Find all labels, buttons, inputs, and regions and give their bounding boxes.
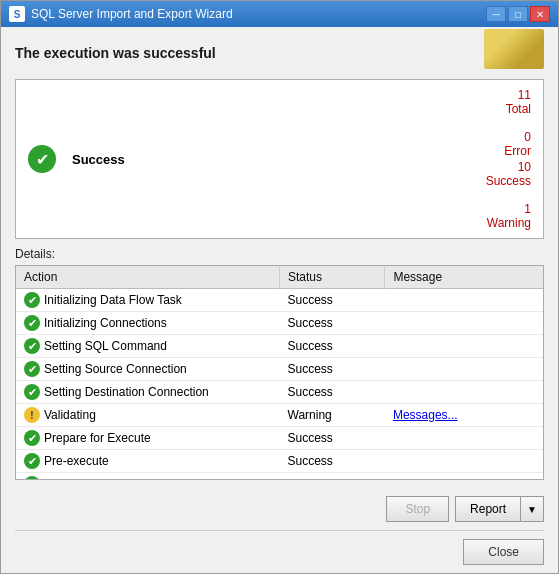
table-row: ✔Setting Destination ConnectionSuccess xyxy=(16,381,543,404)
table-row: ✔Setting SQL CommandSuccess xyxy=(16,335,543,358)
title-bar: S SQL Server Import and Export Wizard ─ … xyxy=(1,1,558,27)
action-cell: ✔Setting Destination Connection xyxy=(16,381,280,404)
action-text: Validating xyxy=(44,408,96,422)
title-bar-controls: ─ □ ✕ xyxy=(486,6,550,22)
logo-image xyxy=(484,29,544,69)
close-window-button[interactable]: ✕ xyxy=(530,6,550,22)
page-title: The execution was successful xyxy=(15,45,216,61)
status-cell: Success xyxy=(280,427,385,450)
row-success-icon: ✔ xyxy=(24,315,40,331)
action-text: Pre-execute xyxy=(44,454,109,468)
row-success-icon: ✔ xyxy=(24,384,40,400)
action-text: Setting Destination Connection xyxy=(44,385,209,399)
action-cell: ✔Setting SQL Command xyxy=(16,335,280,358)
status-cell: Success xyxy=(280,358,385,381)
report-button-group: Report ▼ xyxy=(455,496,544,522)
message-cell xyxy=(385,335,543,358)
action-cell: ✔Prepare for Execute xyxy=(16,427,280,450)
action-text: Prepare for Execute xyxy=(44,431,151,445)
details-label: Details: xyxy=(15,247,544,261)
close-button[interactable]: Close xyxy=(463,539,544,565)
row-success-icon: ✔ xyxy=(24,430,40,446)
table-row: ✔ExecutingSuccess xyxy=(16,473,543,481)
action-cell: ✔Pre-execute xyxy=(16,450,280,473)
status-cell: Success xyxy=(280,335,385,358)
table-row: ✔Setting Source ConnectionSuccess xyxy=(16,358,543,381)
main-window: S SQL Server Import and Export Wizard ─ … xyxy=(0,0,559,574)
col-status: Status xyxy=(280,266,385,289)
success-stat: 10 Success 1 Warning xyxy=(486,160,531,230)
close-row: Close xyxy=(15,530,544,565)
message-cell xyxy=(385,427,543,450)
total-stat: 11 Total 0 Error xyxy=(504,88,531,158)
message-link[interactable]: Messages... xyxy=(393,408,458,422)
message-cell xyxy=(385,473,543,481)
message-cell xyxy=(385,358,543,381)
action-cell: ✔Initializing Data Flow Task xyxy=(16,289,280,312)
success-label: Success xyxy=(72,152,470,167)
status-cell: Warning xyxy=(280,404,385,427)
message-cell xyxy=(385,381,543,404)
row-success-icon: ✔ xyxy=(24,338,40,354)
action-cell: ✔Initializing Connections xyxy=(16,312,280,335)
table-header-row: Action Status Message xyxy=(16,266,543,289)
report-button[interactable]: Report xyxy=(455,496,520,522)
row-success-icon: ✔ xyxy=(24,476,40,480)
table-row: !ValidatingWarningMessages... xyxy=(16,404,543,427)
table-row: ✔Prepare for ExecuteSuccess xyxy=(16,427,543,450)
minimize-button[interactable]: ─ xyxy=(486,6,506,22)
row-success-icon: ✔ xyxy=(24,292,40,308)
maximize-button[interactable]: □ xyxy=(508,6,528,22)
page-title-row: The execution was successful ✔ xyxy=(15,37,544,69)
message-cell xyxy=(385,450,543,473)
message-cell xyxy=(385,289,543,312)
title-bar-left: S SQL Server Import and Export Wizard xyxy=(9,6,233,22)
row-success-icon: ✔ xyxy=(24,453,40,469)
footer: Stop Report ▼ Close xyxy=(1,488,558,573)
content-area: The execution was successful ✔ ✔ Success… xyxy=(1,27,558,488)
action-text: Setting Source Connection xyxy=(44,362,187,376)
report-dropdown-button[interactable]: ▼ xyxy=(520,496,544,522)
stats-panel: 11 Total 0 Error 10 Success 1 Warn xyxy=(486,88,531,230)
status-cell: Success xyxy=(280,289,385,312)
action-text: Setting SQL Command xyxy=(44,339,167,353)
action-cell: !Validating xyxy=(16,404,280,427)
action-cell: ✔Executing xyxy=(16,473,280,481)
action-text: Initializing Data Flow Task xyxy=(44,293,182,307)
success-status-icon: ✔ xyxy=(28,145,56,173)
status-cell: Success xyxy=(280,450,385,473)
details-table-container[interactable]: Action Status Message ✔Initializing Data… xyxy=(15,265,544,480)
action-text: Executing xyxy=(44,477,97,480)
table-row: ✔Initializing ConnectionsSuccess xyxy=(16,312,543,335)
window-title: SQL Server Import and Export Wizard xyxy=(31,7,233,21)
summary-box: ✔ Success 11 Total 0 Error 10 Success xyxy=(15,79,544,239)
table-row: ✔Initializing Data Flow TaskSuccess xyxy=(16,289,543,312)
status-cell: Success xyxy=(280,312,385,335)
row-success-icon: ✔ xyxy=(24,361,40,377)
status-cell: Success xyxy=(280,473,385,481)
app-icon: S xyxy=(9,6,25,22)
col-message: Message xyxy=(385,266,543,289)
table-body: ✔Initializing Data Flow TaskSuccess✔Init… xyxy=(16,289,543,481)
status-cell: Success xyxy=(280,381,385,404)
table-row: ✔Pre-executeSuccess xyxy=(16,450,543,473)
message-cell[interactable]: Messages... xyxy=(385,404,543,427)
action-text: Initializing Connections xyxy=(44,316,167,330)
stop-button[interactable]: Stop xyxy=(386,496,449,522)
footer-buttons: Stop Report ▼ xyxy=(15,496,544,522)
col-action: Action xyxy=(16,266,280,289)
action-cell: ✔Setting Source Connection xyxy=(16,358,280,381)
details-table: Action Status Message ✔Initializing Data… xyxy=(16,266,543,480)
message-cell xyxy=(385,312,543,335)
row-warning-icon: ! xyxy=(24,407,40,423)
